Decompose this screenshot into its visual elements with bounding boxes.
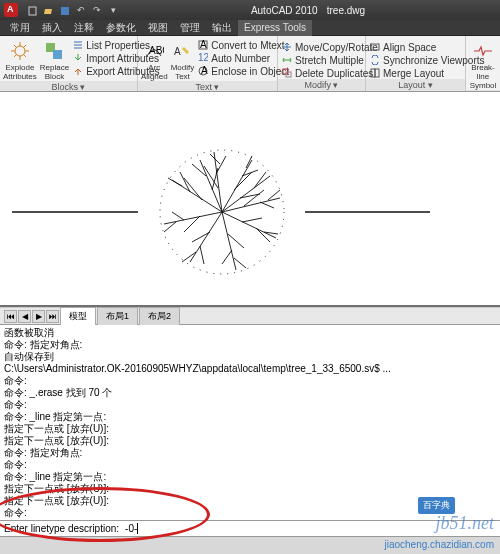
svg-text:123: 123 — [198, 53, 208, 63]
modify-text-button[interactable]: A ModifyText — [171, 38, 195, 81]
tab-nav-first[interactable]: ⏮ — [4, 310, 17, 323]
delete-duplicates-button[interactable]: Delete Duplicates — [281, 67, 378, 79]
title-bar: ↶ ↷ ▾ AutoCAD 2010 tree.dwg — [0, 0, 500, 20]
modify-text-icon: A — [171, 40, 193, 62]
panel-layout-label[interactable]: Layout ▾ — [366, 79, 465, 91]
align-icon — [369, 42, 380, 53]
move-copy-rotate-button[interactable]: Move/Copy/Rotate — [281, 41, 378, 53]
watermark-sub: jiaocheng.chazidian.com — [384, 539, 494, 550]
explode-icon — [9, 40, 31, 62]
svg-rect-4 — [53, 50, 62, 59]
drawing-canvas — [0, 92, 500, 307]
qat-save-icon[interactable] — [58, 3, 72, 17]
tab-common[interactable]: 常用 — [4, 20, 36, 36]
svg-rect-0 — [29, 7, 36, 15]
enclose-object-button[interactable]: AEnclose in Object — [197, 65, 289, 77]
panel-layout: Align Space Synchronize Viewports Merge … — [366, 36, 466, 91]
tab-output[interactable]: 输出 — [206, 20, 238, 36]
replace-icon — [43, 40, 65, 62]
tab-layout2[interactable]: 布局2 — [139, 307, 180, 325]
explode-attributes-button[interactable]: ExplodeAttributes — [3, 38, 37, 81]
import-icon — [72, 53, 83, 64]
auto-number-button[interactable]: 123Auto Number — [197, 52, 289, 64]
command-line[interactable]: Enter linetype description: -0- — [0, 520, 500, 536]
svg-text:A: A — [201, 66, 208, 76]
svg-text:A: A — [174, 46, 181, 57]
tab-insert[interactable]: 插入 — [36, 20, 68, 36]
tab-model[interactable]: 模型 — [60, 307, 96, 325]
tab-layout1[interactable]: 布局1 — [97, 307, 138, 325]
arc-text-icon: ABC — [143, 40, 165, 62]
enclose-icon: A — [197, 66, 208, 77]
svg-text:A: A — [200, 40, 207, 50]
autonum-icon: 123 — [197, 53, 208, 64]
tab-view[interactable]: 视图 — [142, 20, 174, 36]
export-icon — [72, 66, 83, 77]
breakline-icon — [472, 40, 494, 62]
replace-label: ReplaceBlock — [40, 63, 69, 81]
convert-mtext-button[interactable]: AConvert to Mtext — [197, 39, 289, 51]
svg-rect-1 — [61, 7, 69, 15]
qat-new-icon[interactable] — [26, 3, 40, 17]
drawing-area[interactable] — [0, 92, 500, 307]
svg-text:ABC: ABC — [149, 45, 164, 56]
move-icon — [281, 42, 292, 53]
panel-text-label[interactable]: Text ▾ — [138, 81, 277, 92]
sync-icon — [369, 55, 380, 66]
explode-label: ExplodeAttributes — [3, 63, 37, 81]
title-text: AutoCAD 2010 tree.dwg — [120, 4, 496, 16]
command-prompt: Enter linetype description: — [4, 523, 119, 534]
quick-access: ↶ ↷ ▾ — [26, 3, 120, 17]
breakline-button[interactable]: Break-lineSymbol — [469, 38, 497, 90]
svg-rect-15 — [371, 69, 375, 77]
tab-manage[interactable]: 管理 — [174, 20, 206, 36]
ribbon: ExplodeAttributes ReplaceBlock List Prop… — [0, 36, 500, 92]
tab-express-tools[interactable]: Express Tools — [238, 20, 312, 36]
ribbon-tabs: 常用 插入 注释 参数化 视图 管理 输出 Express Tools — [0, 20, 500, 36]
tab-parametric[interactable]: 参数化 — [100, 20, 142, 36]
panel-modify: Move/Copy/Rotate Stretch Multiple Delete… — [278, 36, 366, 91]
panel-draw: Break-lineSymbol SuperHatch Draw — [466, 36, 500, 91]
panel-modify-label[interactable]: Modify ▾ — [278, 79, 365, 91]
list-icon — [72, 40, 83, 51]
panel-blocks-label[interactable]: Blocks ▾ — [0, 81, 137, 92]
tab-nav-prev[interactable]: ◀ — [18, 310, 31, 323]
arc-aligned-button[interactable]: ABC ArcAligned — [141, 38, 168, 81]
svg-rect-16 — [375, 69, 379, 77]
panel-blocks: ExplodeAttributes ReplaceBlock List Prop… — [0, 36, 138, 91]
model-tabs: ⏮ ◀ ▶ ⏭ 模型 布局1 布局2 — [0, 307, 500, 325]
watermark-site: jb51.net — [436, 513, 495, 534]
command-input[interactable]: -0- — [125, 523, 137, 534]
panel-text: ABC ArcAligned A ModifyText AConvert to … — [138, 36, 278, 91]
qat-redo-icon[interactable]: ↷ — [90, 3, 104, 17]
tab-nav-next[interactable]: ▶ — [32, 310, 45, 323]
stretch-icon — [281, 55, 292, 66]
merge-icon — [369, 68, 380, 79]
qat-dropdown-icon[interactable]: ▾ — [106, 3, 120, 17]
tab-nav-last[interactable]: ⏭ — [46, 310, 59, 323]
qat-undo-icon[interactable]: ↶ — [74, 3, 88, 17]
svg-rect-14 — [371, 44, 379, 50]
mtext-icon: A — [197, 40, 208, 51]
replace-block-button[interactable]: ReplaceBlock — [40, 38, 69, 81]
watermark-badge: 百字典 — [418, 497, 455, 514]
app-logo — [4, 3, 18, 17]
stretch-multiple-button[interactable]: Stretch Multiple — [281, 54, 378, 66]
delete-dup-icon — [281, 68, 292, 79]
tab-annotate[interactable]: 注释 — [68, 20, 100, 36]
qat-open-icon[interactable] — [42, 3, 56, 17]
command-history[interactable]: 函数被取消 命令: 指定对角点: 自动保存到 C:\Users\Administ… — [0, 325, 500, 520]
